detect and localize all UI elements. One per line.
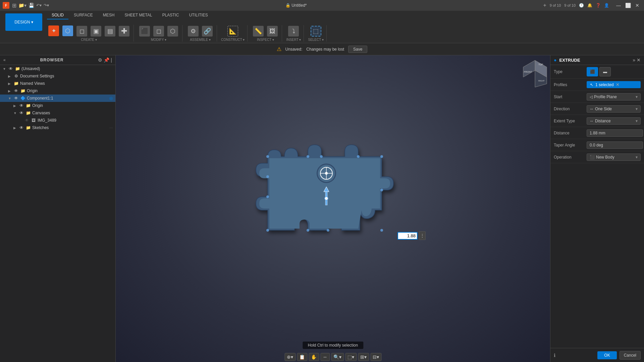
collapse-icon[interactable]: « <box>3 58 6 62</box>
minimize-btn[interactable]: — <box>614 2 623 9</box>
tab-solid[interactable]: SOLID <box>47 11 68 19</box>
svg-point-12 <box>266 195 269 198</box>
tree-item-sketches[interactable]: ▶ 👁 📁 Sketches ··· <box>0 124 115 131</box>
save-button[interactable]: Save <box>348 46 367 53</box>
ok-button[interactable]: OK <box>597 351 616 359</box>
tree-item-named-views[interactable]: ▶ 📁 Named Views <box>0 80 115 87</box>
start-dropdown[interactable]: ◁ Profile Plane ▾ <box>587 93 641 101</box>
dimension-menu-btn[interactable]: ⋮ <box>419 231 426 240</box>
taper-angle-input[interactable] <box>587 141 643 149</box>
tree-item-canvases[interactable]: ▼ 👁 📁 Canvases <box>0 109 115 117</box>
help-btn[interactable]: ❓ <box>596 3 601 8</box>
insert-btn[interactable]: ⤵ <box>287 25 300 37</box>
extent-type-dropdown[interactable]: ↔ Distance ▾ <box>587 117 641 125</box>
expand-arrow[interactable]: ▶ <box>8 74 12 78</box>
profile-badge[interactable]: ↖ 1 selected ✕ <box>587 81 641 88</box>
info-btn[interactable]: ℹ <box>554 353 555 358</box>
start-row: Start ◁ Profile Plane ▾ <box>550 91 644 103</box>
tree-item-comp-origin[interactable]: ▶ 👁 📁 Origin <box>0 102 115 109</box>
pan-btn[interactable]: ✋ <box>309 353 319 361</box>
inspect-btn1[interactable]: 📏 <box>252 25 265 37</box>
create-sketch-btn[interactable]: ✦ <box>47 25 60 37</box>
grid-btn[interactable]: ⊞▾ <box>358 353 369 361</box>
tab-utilities[interactable]: UTILITIES <box>184 11 213 19</box>
3d-viewport[interactable]: 1.88 ⋮ <box>116 55 550 362</box>
titlebar: F ⊞ 📁▾ 💾 ↶▾ ↷▾ 🔒 Untitled* + 9 of 10 9 o… <box>0 0 644 11</box>
save-icon[interactable]: 💾 <box>29 3 34 8</box>
panel-close-btn[interactable]: ✕ <box>637 57 641 63</box>
expand-arrow[interactable]: ▼ <box>13 111 17 115</box>
assemble-label: ASSEMBLE ▾ <box>190 38 211 42</box>
browser-pin-btn[interactable]: 📌 <box>104 57 109 63</box>
tab-surface[interactable]: SURFACE <box>69 11 98 19</box>
dimension-input[interactable]: 1.88 <box>397 232 418 240</box>
type-row: Type ⬛ ▬ <box>550 65 644 79</box>
navigation-cube[interactable]: TOP FRONT RIGHT <box>520 59 547 85</box>
loft-btn[interactable]: ▤ <box>103 25 117 37</box>
menu-icon[interactable]: ⊞ <box>12 2 16 9</box>
maximize-btn[interactable]: ⬜ <box>624 2 632 9</box>
tab-sheet-metal[interactable]: SHEET METAL <box>120 11 157 19</box>
tab-mesh[interactable]: MESH <box>98 11 119 19</box>
extent-icon: ↔ <box>590 119 594 123</box>
tab-plastic[interactable]: PLASTIC <box>158 11 184 19</box>
user-btn[interactable]: 👤 <box>604 3 609 8</box>
assemble-btn2[interactable]: 🔗 <box>201 25 214 37</box>
tree-item-doc-settings[interactable]: ▶ ⚙ Document Settings <box>0 72 115 80</box>
tree-item-component1[interactable]: ▼ 👁 🔷 Component1:1 ◎ <box>0 95 115 102</box>
modify-btn3[interactable]: ⬡ <box>166 25 179 37</box>
svg-point-16 <box>325 197 328 200</box>
operation-icon: ⬛ <box>590 155 595 160</box>
inspect-btn2[interactable]: 🖼 <box>266 25 279 37</box>
display-btn[interactable]: ⬚▾ <box>345 353 357 361</box>
tree-item-unsaved[interactable]: ▼ 👁 📁 (Unsaved) <box>0 65 115 72</box>
expand-arrow[interactable]: ▶ <box>13 104 17 108</box>
close-btn[interactable]: ✕ <box>633 2 641 9</box>
browser-close-btn[interactable]: | <box>111 57 112 63</box>
tree-item-origin[interactable]: ▶ 👁 📁 Origin <box>0 87 115 95</box>
snap-btn[interactable]: ⊕▾ <box>284 353 296 361</box>
start-icon: ◁ <box>590 95 593 99</box>
expand-arrow[interactable]: ▼ <box>3 67 7 71</box>
lock-icon: 🔒 <box>285 3 290 8</box>
distance-input[interactable] <box>587 129 643 137</box>
clipboard-btn[interactable]: 📋 <box>297 353 307 361</box>
viewport[interactable]: 1.88 ⋮ <box>116 55 550 362</box>
expand-arrow[interactable]: ▶ <box>8 82 12 85</box>
modify-btn2[interactable]: ◻ <box>152 25 165 37</box>
undo-btn[interactable]: ↶▾ <box>36 3 42 8</box>
tree-item-img3489[interactable]: 👁 🖼 IMG_3489 <box>0 117 115 124</box>
file-menu[interactable]: 📁▾ <box>18 3 26 8</box>
settings-icon: ⚙ <box>13 73 19 79</box>
revolve-btn[interactable]: ◻ <box>75 25 89 37</box>
extrude-btn[interactable]: ⬡ <box>61 25 74 37</box>
sweep-btn[interactable]: ▣ <box>89 25 103 37</box>
bell-btn[interactable]: 🔔 <box>587 3 592 8</box>
ribbon-content: ✦ ⬡ ◻ ▣ ▤ ✚ CREATE ▾ ⬛ ◻ ⬡ MODIFY ▾ ⚙ 🔗 <box>0 20 644 43</box>
operation-dropdown[interactable]: ⬛ New Body ▾ <box>587 154 641 161</box>
expand-arrow[interactable]: ▶ <box>13 126 17 130</box>
direction-value: One Side <box>595 107 612 111</box>
move-btn[interactable]: ✚ <box>117 25 131 37</box>
view-btn[interactable]: ⊟▾ <box>370 353 381 361</box>
zoom-btn[interactable]: 🔍▾ <box>331 353 344 361</box>
profiles-value: ↖ 1 selected ✕ <box>587 81 641 88</box>
dropdown-arrow: ▾ <box>636 95 638 99</box>
clock-btn[interactable]: 🕐 <box>579 3 584 8</box>
browser-settings-btn[interactable]: ⚙ <box>98 57 102 63</box>
type-other-btn[interactable]: ▬ <box>599 67 611 76</box>
panel-expand-btn[interactable]: » <box>633 57 635 63</box>
expand-arrow[interactable]: ▶ <box>8 89 12 93</box>
modify-btn1[interactable]: ⬛ <box>138 25 151 37</box>
redo-btn[interactable]: ↷▾ <box>44 3 49 8</box>
assemble-btn1[interactable]: ⚙ <box>186 25 200 37</box>
fit-btn[interactable]: ↔ <box>320 353 330 361</box>
plus-btn[interactable]: + <box>543 2 546 8</box>
direction-dropdown[interactable]: ↔ One Side ▾ <box>587 105 641 113</box>
cancel-button[interactable]: Cancel <box>620 351 641 360</box>
type-extrude-btn[interactable]: ⬛ <box>587 67 598 76</box>
expand-arrow[interactable]: ▼ <box>8 97 12 100</box>
profile-remove-btn[interactable]: ✕ <box>616 82 620 87</box>
select-btn[interactable]: ⬚ <box>309 25 323 37</box>
construct-btn1[interactable]: 📐 <box>226 25 239 37</box>
